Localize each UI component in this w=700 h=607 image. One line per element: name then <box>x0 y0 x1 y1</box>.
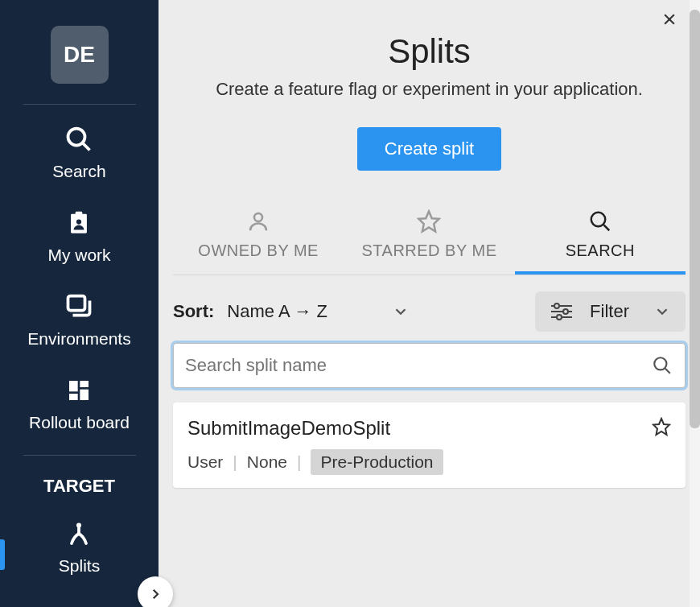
tab-owned-by-me[interactable]: OWNED BY ME <box>173 204 344 275</box>
sidebar-item-label: Splits <box>59 556 100 576</box>
sidebar-item-rollout-board[interactable]: Rollout board <box>29 376 130 432</box>
svg-line-1 <box>84 143 90 150</box>
layers-icon <box>64 292 93 321</box>
svg-rect-6 <box>69 381 78 391</box>
split-name: SubmitImageDemoSplit <box>187 417 671 440</box>
filter-label: Filter <box>590 301 629 322</box>
tab-label: STARRED BY ME <box>361 242 496 260</box>
svg-rect-8 <box>69 394 78 400</box>
search-input[interactable] <box>173 343 686 388</box>
avatar-initials: DE <box>64 42 95 68</box>
selected-indicator <box>0 539 5 570</box>
svg-point-24 <box>654 357 666 370</box>
hero: Splits Create a feature flag or experime… <box>159 0 700 190</box>
svg-rect-3 <box>76 212 83 217</box>
create-split-button[interactable]: Create split <box>357 127 501 171</box>
divider <box>23 104 136 105</box>
sort-value: Name A → Z <box>227 301 327 322</box>
sidebar-item-my-work[interactable]: My work <box>47 209 110 265</box>
divider <box>23 455 136 456</box>
split-meta: User | None | Pre-Production <box>187 449 671 475</box>
page-title: Splits <box>175 32 684 71</box>
tab-label: OWNED BY ME <box>198 242 319 260</box>
separator: | <box>297 452 301 472</box>
search-icon <box>588 209 612 233</box>
sidebar-item-label: Environments <box>27 329 130 349</box>
tab-label: SEARCH <box>566 242 635 260</box>
search-icon <box>64 125 93 154</box>
person-icon <box>246 209 270 233</box>
sort-label: Sort: <box>173 301 214 322</box>
splits-icon <box>64 519 93 548</box>
svg-point-14 <box>254 213 262 221</box>
filter-button[interactable]: Filter <box>535 291 686 332</box>
chevron-down-icon <box>653 303 671 320</box>
separator: | <box>233 452 237 472</box>
sort-dropdown[interactable]: Name A → Z <box>227 301 410 322</box>
split-list-item[interactable]: SubmitImageDemoSplit User | None | Pre-P… <box>173 403 686 488</box>
environment-chip: Pre-Production <box>311 449 443 475</box>
svg-point-21 <box>563 309 568 314</box>
sidebar: DE Search My work Environments Rollout b… <box>0 0 159 607</box>
tab-starred-by-me[interactable]: STARRED BY ME <box>344 204 514 275</box>
sliders-icon <box>550 302 574 321</box>
tabs: OWNED BY ME STARRED BY ME SEARCH <box>173 204 686 275</box>
svg-point-4 <box>76 219 81 224</box>
svg-rect-5 <box>68 296 85 311</box>
split-traffic-type: User <box>187 452 223 472</box>
sidebar-item-label: Rollout board <box>29 413 130 432</box>
svg-marker-15 <box>419 212 439 232</box>
sidebar-item-label: My work <box>47 246 110 265</box>
svg-line-17 <box>603 225 609 230</box>
sidebar-item-environments[interactable]: Environments <box>27 292 130 349</box>
chevron-down-icon <box>392 303 410 320</box>
sidebar-item-label: Search <box>52 162 106 181</box>
page-subtitle: Create a feature flag or experiment in y… <box>175 79 684 100</box>
search-icon <box>652 355 673 376</box>
svg-point-23 <box>557 315 562 320</box>
close-button[interactable] <box>661 11 677 27</box>
list-controls: Sort: Name A → Z Filter <box>159 275 700 343</box>
workspace-avatar[interactable]: DE <box>51 26 109 84</box>
main-panel: Splits Create a feature flag or experime… <box>159 0 700 607</box>
scrollbar-thumb[interactable] <box>690 10 700 428</box>
grid-icon <box>64 376 93 405</box>
star-icon <box>417 209 441 233</box>
sidebar-item-splits[interactable]: Splits <box>59 519 100 576</box>
svg-marker-26 <box>653 419 669 435</box>
sidebar-item-search[interactable]: Search <box>52 125 106 181</box>
sidebar-section-title: TARGET <box>43 476 115 497</box>
svg-point-0 <box>68 129 85 146</box>
svg-point-19 <box>554 304 559 308</box>
tab-search[interactable]: SEARCH <box>515 204 686 275</box>
star-toggle[interactable] <box>652 417 671 436</box>
close-icon <box>661 11 677 27</box>
svg-rect-7 <box>80 381 89 387</box>
split-tags: None <box>247 452 287 472</box>
svg-point-16 <box>591 213 606 227</box>
svg-rect-9 <box>80 390 89 400</box>
scrollbar[interactable] <box>690 0 700 607</box>
search-box <box>173 343 686 388</box>
clipboard-person-icon <box>64 209 93 237</box>
star-icon <box>652 417 671 436</box>
svg-line-25 <box>665 369 670 374</box>
sort-control: Sort: Name A → Z <box>173 301 410 322</box>
